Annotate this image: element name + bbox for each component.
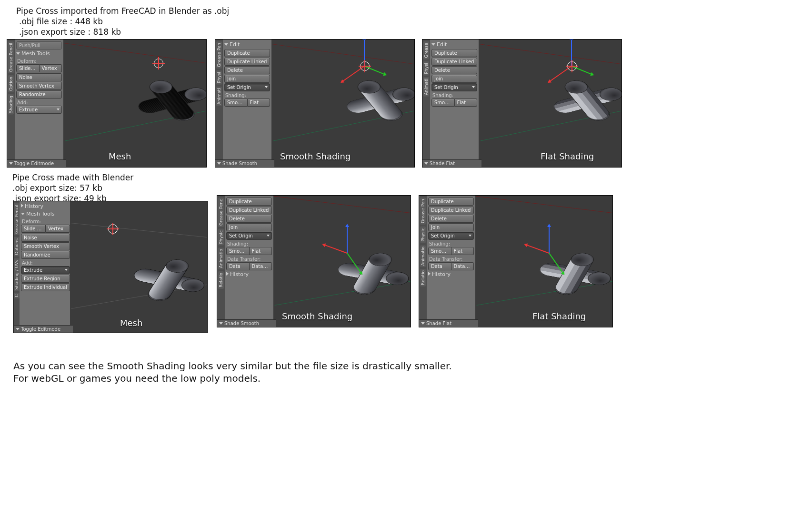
- set-origin-dropdown[interactable]: Set Origin: [226, 232, 272, 240]
- history-section[interactable]: History: [226, 271, 272, 278]
- flat-button[interactable]: Flat: [455, 99, 478, 107]
- add-label: Add:: [21, 259, 70, 266]
- join-button[interactable]: Join: [224, 75, 270, 83]
- data-layout-button[interactable]: Data Lay: [451, 262, 474, 270]
- data-button[interactable]: Data: [226, 262, 250, 270]
- tab-grease-pencil[interactable]: Grease Pencil: [14, 203, 20, 235]
- 3d-cursor-icon: [108, 224, 118, 234]
- datatransfer-label: Data Transfer:: [226, 256, 272, 262]
- footer-shade-flat: Shade Flat: [422, 159, 481, 167]
- tile-blender-mesh: Grease Pencil Options Shading / UVs C Hi…: [13, 201, 208, 333]
- footer-toggle-editmode: Toggle Editmode: [7, 159, 66, 167]
- set-origin-dropdown[interactable]: Set Origin: [428, 232, 474, 240]
- add-label: Add:: [16, 99, 62, 105]
- delete-button[interactable]: Delete: [431, 66, 477, 74]
- history-section[interactable]: History: [428, 271, 474, 278]
- tab-physics[interactable]: Physi: [423, 61, 429, 76]
- smooth-button[interactable]: Smooth: [226, 247, 250, 255]
- slide-edge-button[interactable]: Slide Ed: [21, 225, 46, 233]
- tab-physics[interactable]: Physic: [420, 227, 426, 243]
- history-section[interactable]: History: [21, 203, 70, 210]
- tab-options[interactable]: Options: [14, 237, 20, 257]
- tab-animation[interactable]: Animatio: [420, 245, 426, 267]
- pushpull-button[interactable]: Push/Pull: [16, 41, 62, 49]
- flat-button[interactable]: Flat: [248, 99, 271, 107]
- footer-shade-flat: Shade Flat: [419, 319, 478, 327]
- deform-label: Deform:: [16, 58, 62, 64]
- randomize-button[interactable]: Randomize: [16, 90, 62, 99]
- vertex-button[interactable]: Vertex: [46, 225, 70, 233]
- meshtools-section[interactable]: Mesh Tools: [16, 50, 62, 58]
- edit-section[interactable]: Edit: [431, 41, 477, 49]
- extrude-dropdown[interactable]: Extrude: [21, 266, 70, 274]
- set-origin-dropdown[interactable]: Set Origin: [224, 83, 270, 91]
- intro-line3: .json export size : 818 kb: [19, 27, 121, 38]
- tab-relations[interactable]: Relatio: [420, 269, 426, 287]
- tile-freecad-flat: Grease Physi Animati Edit Duplicate Dupl…: [422, 39, 622, 168]
- join-button[interactable]: Join: [226, 223, 272, 231]
- flat-button[interactable]: Flat: [451, 247, 474, 255]
- tab-animation[interactable]: Animati: [423, 77, 429, 97]
- smooth-vertex-button[interactable]: Smooth Vertex: [21, 242, 70, 250]
- randomize-button[interactable]: Randomize: [21, 251, 70, 259]
- delete-button[interactable]: Delete: [428, 215, 474, 223]
- tab-physics[interactable]: Physi: [216, 70, 222, 85]
- tab-animation[interactable]: Animati: [216, 87, 222, 106]
- extrude-region-button[interactable]: Extrude Region: [21, 275, 70, 283]
- tile-freecad-smooth: Grease Pen Physi Animati Edit Duplicate …: [215, 39, 415, 168]
- tab-grease-pen[interactable]: Grease Pen: [216, 41, 222, 69]
- set-origin-dropdown[interactable]: Set Origin: [431, 83, 477, 91]
- viewport-mesh[interactable]: Mesh: [63, 40, 206, 167]
- vertex-button[interactable]: Vertex: [40, 64, 62, 72]
- data-button[interactable]: Data: [428, 262, 451, 270]
- caption-flat: Flat Shading: [541, 151, 594, 161]
- smooth-button[interactable]: Smooth: [431, 99, 455, 107]
- tab-grease-pen[interactable]: Grease Pen: [420, 198, 426, 225]
- smooth-vertex-button[interactable]: Smooth Vertex: [16, 82, 62, 90]
- flat-button[interactable]: Flat: [250, 247, 272, 255]
- intro2-line2: .obj export size: 57 kb: [12, 183, 102, 194]
- tab-option[interactable]: Option: [8, 75, 14, 92]
- delete-button[interactable]: Delete: [224, 66, 270, 74]
- duplicate-button[interactable]: Duplicate: [226, 198, 272, 206]
- tab-grease-pencil[interactable]: Grease Pencil: [8, 41, 14, 73]
- duplicate-linked-button[interactable]: Duplicate Linked: [428, 206, 474, 214]
- tab-relations[interactable]: Relatio: [218, 271, 224, 289]
- tab-c[interactable]: C: [14, 293, 20, 298]
- tab-grease-pencil[interactable]: Grease Penc: [218, 198, 224, 227]
- viewport-mesh[interactable]: Mesh: [70, 201, 207, 333]
- join-button[interactable]: Join: [428, 223, 474, 231]
- noise-button[interactable]: Noise: [16, 73, 62, 81]
- duplicate-linked-button[interactable]: Duplicate Linked: [226, 206, 272, 214]
- noise-button[interactable]: Noise: [21, 234, 70, 242]
- slide-edge-button[interactable]: Slide Ed: [16, 64, 40, 72]
- duplicate-button[interactable]: Duplicate: [224, 49, 270, 57]
- tab-shading-uvs[interactable]: Shading / UVs: [14, 258, 20, 291]
- shading-label: Shading:: [428, 240, 474, 247]
- edit-section[interactable]: Edit: [224, 41, 270, 49]
- tab-animation[interactable]: Animatio: [218, 247, 224, 269]
- meshtools-section[interactable]: Mesh Tools: [21, 210, 70, 218]
- tab-physics[interactable]: Physic: [218, 229, 224, 246]
- viewport-smooth[interactable]: Smooth Shading: [273, 196, 411, 327]
- data-layout-button[interactable]: Data Lay: [250, 262, 272, 270]
- extrude-individual-button[interactable]: Extrude Individual: [21, 283, 70, 291]
- tile-blender-flat: Grease Pen Physic Animatio Relatio Dupli…: [419, 195, 613, 327]
- join-button[interactable]: Join: [431, 75, 477, 83]
- viewport-flat[interactable]: Flat Shading: [475, 196, 612, 327]
- vertical-tabs: Grease Penc Physic Animatio Relatio: [217, 196, 225, 327]
- viewport-smooth[interactable]: Smooth Shading: [271, 40, 414, 167]
- delete-button[interactable]: Delete: [226, 215, 272, 223]
- smooth-button[interactable]: Smooth: [428, 247, 451, 255]
- duplicate-linked-button[interactable]: Duplicate Linked: [431, 58, 477, 66]
- smooth-button[interactable]: Smooth: [224, 99, 248, 107]
- outro-line1: As you can see the Smooth Shading looks …: [13, 360, 452, 373]
- tab-grease[interactable]: Grease: [423, 41, 429, 59]
- viewport-flat[interactable]: Flat Shading: [479, 40, 622, 167]
- extrude-dropdown[interactable]: Extrude: [16, 106, 62, 114]
- duplicate-button[interactable]: Duplicate: [428, 198, 474, 206]
- duplicate-button[interactable]: Duplicate: [431, 49, 477, 57]
- tab-shading[interactable]: Shading: [8, 94, 14, 115]
- vertical-tabs: Grease Pencil Options Shading / UVs C: [14, 201, 20, 333]
- duplicate-linked-button[interactable]: Duplicate Linked: [224, 58, 270, 66]
